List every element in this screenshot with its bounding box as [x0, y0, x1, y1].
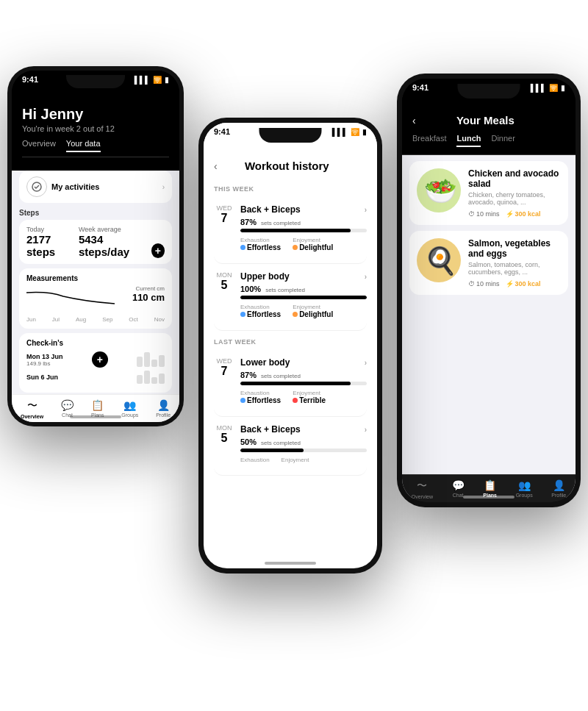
workout-pct-1: 87%	[240, 218, 257, 226]
groups-icon-r: 👥	[518, 479, 531, 491]
nav-groups[interactable]: 👥 Groups	[121, 399, 138, 419]
wifi-icon-c: 🛜	[351, 128, 359, 136]
workout-details-2: Upper body › 100% sets completed E	[240, 271, 367, 318]
meal-card-1[interactable]: Chicken and avocado salad Chicken, cherr…	[409, 161, 568, 225]
steps-add-button[interactable]: +	[151, 243, 165, 258]
workout-name-1: Back + Biceps ›	[240, 204, 367, 215]
bar-6	[144, 371, 150, 384]
exhaustion-dot-2	[240, 312, 245, 317]
workout-scroll[interactable]: THIS WEEK WED 7 Back + Biceps › 87%	[204, 178, 377, 568]
nav-profile[interactable]: 👤 Profile	[156, 399, 171, 419]
workout-mon-header: MON 5 Upper body › 100% sets completed	[214, 271, 367, 318]
day-wed-2: WED 7	[214, 357, 234, 378]
workout-name-2: Upper body ›	[240, 271, 367, 282]
phone-right: 9:41 ▌▌▌ 🛜 ▮ ‹ Your Meals Breakfast Lunc…	[397, 74, 581, 507]
nav-groups-r[interactable]: 👥 Groups	[516, 479, 533, 499]
measurements-value: Current cm 110 cm	[132, 285, 165, 303]
activities-row[interactable]: My activities ›	[19, 171, 172, 203]
sets-label-3: sets completed	[261, 373, 301, 379]
notch-right	[458, 84, 520, 99]
today-label: Today	[26, 226, 79, 233]
workout-pct-row-2: 100% sets completed	[240, 285, 367, 293]
checkin1-info: Mon 13 Jun 149.9 lbs	[26, 353, 63, 367]
nav-overview[interactable]: 〜 Overview	[21, 399, 43, 419]
workout-pct-row-3: 87% sets completed	[240, 371, 367, 379]
enjoyment-title-2: Enjoyment	[293, 304, 333, 310]
workout-pct-2: 100%	[240, 285, 261, 293]
day-num-wed2: 7	[214, 365, 234, 378]
progress-bar-1	[240, 229, 367, 232]
checkin-add-button[interactable]: +	[92, 351, 108, 368]
overview-icon-r: 〜	[417, 479, 427, 493]
signal-icon: ▌▌▌	[135, 76, 150, 84]
enjoyment-dot-1	[293, 245, 298, 250]
enjoyment-val-1: Delightful	[293, 243, 333, 251]
workout-metrics-3: Exhaustion Effortless Enjoyment	[240, 390, 367, 404]
nav-chat-label-r: Chat	[453, 493, 464, 498]
left-tabs: Overview Your data	[22, 139, 169, 157]
back-arrow-right[interactable]: ‹	[412, 115, 416, 126]
workout-item-wed-back: WED 7 Back + Biceps › 87% sets completed	[214, 197, 367, 264]
workout-item-mon-upper: MON 5 Upper body › 100% sets completed	[214, 264, 367, 331]
progress-bar-4	[240, 449, 367, 452]
exhaustion-val-2: Effortless	[240, 310, 281, 318]
meal-image-1	[417, 168, 461, 212]
greeting: Hi Jenny	[22, 106, 169, 123]
tab-dinner[interactable]: Dinner	[491, 134, 514, 147]
workout-title: Workout history	[223, 160, 351, 172]
tab-breakfast[interactable]: Breakfast	[412, 134, 446, 147]
workout-name-text-3: Lower body	[240, 357, 290, 368]
workout-details-3: Lower body › 87% sets completed Ex	[240, 357, 367, 404]
meal-time-2: ⏱ 10 mins	[468, 280, 500, 287]
checkin-bars	[137, 352, 165, 367]
phone-center: 9:41 ▌▌▌ 🛜 ▮ ‹ Workout history THIS WEEK…	[198, 118, 382, 574]
tab-lunch[interactable]: Lunch	[456, 134, 481, 147]
workout-pct-row-1: 87% sets completed	[240, 218, 367, 226]
bar-4	[159, 355, 165, 367]
workout-name-text-1: Back + Biceps	[240, 204, 301, 215]
workout-chevron-2[interactable]: ›	[365, 273, 367, 281]
checkin1-date: Mon 13 Jun	[26, 353, 63, 360]
day-name-mon2: MON	[214, 424, 234, 432]
measurements-chart: Current cm 110 cm	[26, 285, 165, 315]
nav-overview-r[interactable]: 〜 Overview	[412, 479, 433, 499]
current-value: 110 cm	[132, 292, 165, 303]
nav-profile-r[interactable]: 👤 Profile	[551, 479, 566, 499]
checkin2-date: Sun 6 Jun	[26, 374, 58, 381]
meal-kcal-val-2: 300 kcal	[515, 280, 541, 287]
bar-2	[144, 352, 150, 367]
profile-icon: 👤	[157, 399, 170, 411]
checkin2-info: Sun 6 Jun	[26, 374, 58, 381]
left-top-section: Hi Jenny You're in week 2 out of 12 Over…	[12, 85, 179, 165]
subtitle: You're in week 2 out of 12	[22, 124, 169, 133]
enjoyment-3: Enjoyment Terrible	[293, 390, 326, 404]
meal-meta-2: ⏱ 10 mins ⚡ 300 kcal	[468, 280, 561, 287]
wifi-icon-r: 🛜	[549, 84, 558, 92]
workout-chevron-4[interactable]: ›	[365, 426, 367, 434]
workout-pct-row-4: 50% sets completed	[240, 437, 367, 446]
phone-left-screen: 9:41 ▌▌▌ 🛜 ▮ Hi Jenny You're in week 2 o…	[12, 71, 179, 422]
progress-fill-1	[240, 229, 351, 232]
sets-label-1: sets completed	[261, 220, 301, 226]
tab-your-data[interactable]: Your data	[66, 139, 101, 152]
workout-chevron-3[interactable]: ›	[365, 359, 367, 367]
nav-overview-label-r: Overview	[412, 494, 433, 499]
meal-card-2[interactable]: Salmon, vegetables and eggs Salmon, toma…	[409, 231, 568, 295]
enjoyment-4: Enjoyment	[282, 457, 309, 463]
activities-chevron: ›	[162, 183, 165, 191]
status-icons-center: ▌▌▌ 🛜 ▮	[332, 128, 367, 136]
workout-wed2-header: WED 7 Lower body › 87% sets completed	[214, 357, 367, 404]
last-week-label: LAST WEEK	[214, 338, 367, 346]
tab-overview[interactable]: Overview	[22, 139, 56, 152]
meals-tabs: Breakfast Lunch Dinner	[402, 134, 576, 155]
nav-profile-label: Profile	[156, 412, 171, 418]
meal-time-val-1: 10 mins	[476, 210, 500, 218]
workout-mon2-header: MON 5 Back + Biceps › 50% sets completed	[214, 424, 367, 463]
back-arrow-center[interactable]: ‹	[214, 160, 218, 172]
checkins-label: Check-in's	[26, 339, 165, 347]
home-indicator-center	[265, 562, 316, 565]
day-name-wed1: WED	[214, 204, 234, 212]
workout-chevron-1[interactable]: ›	[365, 206, 367, 214]
checkin2-bars	[137, 371, 165, 384]
meal-desc-1: Chicken, cherry tomatoes, avocado, quino…	[468, 191, 561, 206]
